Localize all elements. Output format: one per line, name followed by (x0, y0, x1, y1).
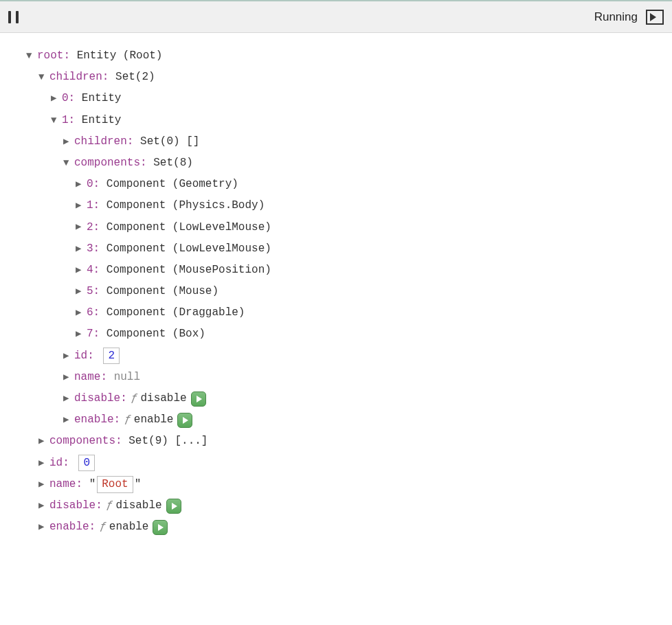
key-c1-enable: enable (74, 409, 114, 431)
value-children: Set(2) (115, 67, 155, 88)
value-comp: Component (Physics.Body) (107, 195, 265, 216)
chevron-right-icon[interactable] (76, 240, 85, 258)
function-icon: ƒ (124, 409, 131, 431)
key-root-id: id (49, 453, 63, 474)
value-root: Entity (Root) (77, 45, 163, 67)
key-comp: 3 (87, 238, 93, 260)
value-child-0: Entity (82, 88, 122, 109)
key-comp: 4 (87, 260, 93, 281)
chevron-right-icon[interactable] (76, 325, 85, 343)
chevron-right-icon[interactable] (76, 261, 85, 280)
invoke-button[interactable] (177, 413, 192, 428)
chevron-down-icon[interactable] (38, 68, 48, 87)
chevron-down-icon[interactable] (51, 111, 60, 130)
value-c1-components: Set(8) (153, 152, 193, 174)
root-disable-row[interactable]: disable: ƒ disable (26, 495, 664, 516)
chevron-right-icon[interactable] (76, 304, 85, 322)
root-components-row[interactable]: components: Set(9) [...] (26, 431, 664, 452)
key-comp: 0 (87, 174, 93, 195)
value-c1-name: null (114, 367, 140, 388)
quote: " (135, 474, 142, 495)
child-1-row[interactable]: 1: Entity (26, 110, 664, 131)
toolbar: Running (0, 1, 672, 33)
chevron-right-icon[interactable] (38, 518, 48, 536)
child-0-row[interactable]: 0: Entity (26, 88, 664, 109)
child-1-id-row[interactable]: id: 2 (26, 345, 664, 367)
key-c1-disable: disable (74, 388, 120, 409)
invoke-button[interactable] (166, 499, 181, 514)
component-row[interactable]: 3: Component (LowLevelMouse) (26, 238, 664, 260)
child-1-components-row[interactable]: components: Set(8) (26, 152, 664, 174)
component-row[interactable]: 0: Component (Geometry) (26, 174, 664, 195)
root-row[interactable]: root: Entity (Root) (26, 45, 664, 67)
value-comp: Component (LowLevelMouse) (107, 238, 271, 260)
child-1-name-row[interactable]: name: null (26, 367, 664, 388)
child-1-children-row[interactable]: children: Set(0) [] (26, 131, 664, 152)
value-c1-id[interactable]: 2 (103, 348, 120, 364)
chevron-down-icon[interactable] (26, 47, 36, 65)
child-1-disable-row[interactable]: disable: ƒ disable (26, 388, 664, 409)
chevron-right-icon[interactable] (63, 368, 73, 387)
root-name-row[interactable]: name: "Root" (26, 474, 664, 495)
chevron-right-icon[interactable] (76, 282, 85, 301)
chevron-right-icon[interactable] (38, 475, 48, 494)
quote: " (89, 474, 96, 495)
chevron-right-icon[interactable] (38, 497, 48, 515)
chevron-right-icon[interactable] (63, 411, 73, 429)
invoke-button[interactable] (153, 520, 168, 535)
chevron-right-icon[interactable] (63, 133, 73, 151)
toolbar-left (8, 11, 19, 23)
chevron-right-icon[interactable] (38, 454, 48, 473)
step-button[interactable] (646, 10, 664, 25)
value-comp: Component (Box) (107, 323, 205, 345)
key-child-1: 1 (62, 110, 69, 131)
key-comp: 6 (87, 302, 93, 323)
value-comp: Component (MousePosition) (107, 260, 271, 281)
root-enable-row[interactable]: enable: ƒ enable (26, 516, 664, 538)
invoke-button[interactable] (191, 391, 206, 407)
chevron-right-icon[interactable] (76, 218, 85, 236)
object-tree: root: Entity (Root) children: Set(2) 0: … (0, 33, 672, 546)
value-comp: Component (Geometry) (107, 174, 238, 195)
component-row[interactable]: 1: Component (Physics.Body) (26, 195, 664, 216)
value-root-enable: enable (109, 516, 149, 538)
component-row[interactable]: 5: Component (Mouse) (26, 281, 664, 302)
key-comp: 5 (87, 281, 93, 302)
child-1-enable-row[interactable]: enable: ƒ enable (26, 409, 664, 431)
key-c1-name: name (74, 367, 100, 388)
children-row[interactable]: children: Set(2) (26, 67, 664, 88)
key-child-0: 0 (62, 88, 69, 109)
component-row[interactable]: 6: Component (Draggable) (26, 302, 664, 323)
value-root-name[interactable]: Root (97, 476, 133, 492)
value-root-disable: disable (115, 495, 161, 516)
value-comp: Component (Draggable) (107, 302, 245, 323)
key-comp: 1 (87, 195, 93, 216)
pause-button[interactable] (8, 11, 19, 23)
key-root: root (37, 45, 63, 67)
status-label: Running (594, 10, 638, 24)
component-row[interactable]: 7: Component (Box) (26, 323, 664, 345)
key-comp: 2 (87, 217, 93, 238)
value-c1-enable: enable (134, 409, 174, 431)
value-c1-disable: disable (140, 388, 186, 409)
root-id-row[interactable]: id: 0 (26, 453, 664, 474)
value-c1-children: Set(0) [] (140, 131, 199, 152)
function-icon: ƒ (100, 516, 107, 538)
value-root-id[interactable]: 0 (78, 455, 95, 471)
key-c1-components: components (74, 152, 140, 174)
value-child-1: Entity (82, 110, 122, 131)
chevron-right-icon[interactable] (76, 175, 85, 194)
chevron-right-icon[interactable] (76, 196, 85, 215)
chevron-down-icon[interactable] (63, 154, 73, 172)
key-root-name: name (49, 474, 76, 495)
component-row[interactable]: 2: Component (LowLevelMouse) (26, 217, 664, 238)
chevron-right-icon[interactable] (51, 89, 60, 108)
component-row[interactable]: 4: Component (MousePosition) (26, 260, 664, 281)
chevron-right-icon[interactable] (38, 432, 48, 451)
chevron-right-icon[interactable] (63, 389, 73, 408)
chevron-right-icon[interactable] (63, 347, 73, 365)
key-comp: 7 (87, 323, 93, 345)
value-comp: Component (Mouse) (107, 281, 219, 302)
key-c1-children: children (74, 131, 127, 152)
key-c1-id: id (74, 345, 87, 367)
